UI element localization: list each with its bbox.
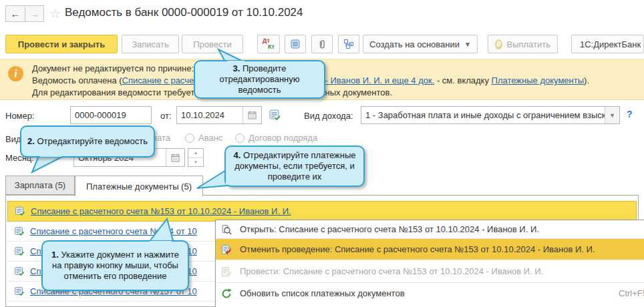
ruble-icon: ₽ [495,39,502,49]
callout-step1: 1. Укажите документ и нажмите на правую … [41,240,189,291]
callout-step4: 4. Отредактируйте платежные документы, е… [224,145,365,187]
pay-button[interactable]: ₽ Выплатить [488,35,558,53]
tab-salary-label: Зарплата (5) [15,180,65,190]
stepper-up-icon[interactable]: ▲ [188,149,203,158]
number-input[interactable]: 0000-000019 [70,106,152,124]
dtkt-icon: ДтКт [263,38,275,50]
date-value: 10.10.2024 [177,110,224,120]
refresh-icon [221,288,233,299]
callout-text: 2. Отредактируйте ведомость [27,136,148,147]
banner-payment-docs-link[interactable]: Платежные документы [492,75,584,85]
date-input[interactable]: 10.10.2024 [176,106,262,124]
register-icon [290,39,301,49]
calendar-icon[interactable] [166,149,184,166]
radio-contract[interactable]: Договор подряда [235,133,317,143]
calendar-icon[interactable] [243,107,261,123]
pay-label: Выплатить [506,39,550,49]
shortcut-label: Ctrl+F5 [619,288,644,298]
menu-item-open[interactable]: Открыть: Списание с расчетного счета №15… [216,220,644,238]
menu-item-post[interactable]: Провести: Списание с расчетного счета №1… [216,261,644,282]
menu-item-label: Провести: Списание с расчетного счета №1… [240,266,543,276]
income-type-label: Вид дохода: [304,111,353,121]
forward-button[interactable]: → [25,5,44,22]
menu-item-cancel-posting[interactable]: Отменить проведение: Списание с расчетно… [216,239,644,260]
tail-join [40,154,61,157]
tail-join [227,61,245,63]
tail-join [150,241,172,244]
banner-line2-prefix: Ведомость оплачена ( [32,75,122,85]
menu-item-label: Обновить список платежных документов [240,288,405,298]
callout-step2: 2. Отредактируйте ведомость [20,125,155,158]
magnifier-icon [221,224,233,235]
post-document-icon [221,266,233,277]
directbank-label: 1С:ДиректБанк [580,39,641,49]
number-label: Номер: [5,111,35,121]
create-based-on-label: Создать на основании [369,39,460,49]
document-check-icon [14,246,25,257]
radio-advance[interactable]: Аванс [185,133,222,143]
menu-item-label: Отменить проведение: Списание с расчетно… [240,244,595,254]
cancel-posting-icon [221,244,233,255]
callout-text: 1. Укажите документ и нажмите на правую … [48,250,182,282]
radio-advance-label: Аванс [198,133,222,143]
app-window: ← → ☆ Ведомость в банк 0000-000019 от 10… [0,0,644,307]
document-check-icon [14,226,25,237]
menu-item-refresh[interactable]: Обновить список платежных документов Ctr… [216,283,644,304]
tail-join [226,170,228,185]
create-based-on-button[interactable]: Создать на основании ▼ [363,35,478,53]
document-check-icon [14,286,25,297]
chevron-down-icon[interactable]: ▼ [605,107,619,123]
callout-text: 4. Отредактируйте платежные документы, е… [231,150,358,182]
structure-icon [343,39,354,49]
income-type-value: 1 - Заработная плата и иные доходы с огр… [361,110,615,120]
number-value: 0000-000019 [71,110,126,120]
favorite-star-icon[interactable]: ☆ [49,6,61,21]
register-check-icon[interactable] [269,109,281,121]
table-row[interactable]: Списание с расчетного счета №153 от 10.1… [7,201,637,222]
context-menu: Открыть: Списание с расчетного счета №15… [215,220,644,307]
menu-item-label: Открыть: Списание с расчетного счета №15… [240,224,539,234]
post-and-close-button[interactable]: Провести и закрыть [5,35,118,53]
radio-circle [235,133,245,143]
callout-step3: 3. Проведите отредактированную ведомость [194,60,325,99]
linked-documents-button[interactable] [338,35,359,53]
info-icon: i [8,66,23,81]
document-check-icon [14,266,25,277]
back-button[interactable]: ← [5,5,25,22]
banner-line2-mid: - см. вкладку [434,75,491,85]
document-check-icon [15,206,25,217]
page-title: Ведомость в банк 0000-000019 от 10.10.20… [65,6,303,19]
attachments-button[interactable] [311,35,333,53]
save-button[interactable]: Записать [122,35,179,53]
tab-salary[interactable]: Зарплата (5) [5,176,75,195]
radio-circle [185,133,194,143]
income-type-combo[interactable]: 1 - Заработная плата и иные доходы с огр… [361,106,620,124]
help-icon[interactable]: ? [627,109,633,119]
callout-text: 3. Проведите отредактированную ведомость [200,63,319,95]
banner-line2-suffix: ). [584,75,589,85]
tab-payment-documents[interactable]: Платежные документы (5) [75,176,203,196]
banner-line1: Документ не редактируется по причине: [32,63,194,73]
tab-payment-documents-label: Платежные документы (5) [86,182,192,192]
paperclip-icon [317,39,327,49]
dtkt-postings-button[interactable]: ДтКт [257,35,280,53]
date-label: от: [160,111,172,121]
chevron-down-icon: ▼ [464,41,471,48]
radio-contract-label: Договор подряда [249,133,317,143]
directbank-button[interactable]: 1С:ДиректБанк [571,35,644,53]
register-records-button[interactable] [285,35,306,53]
